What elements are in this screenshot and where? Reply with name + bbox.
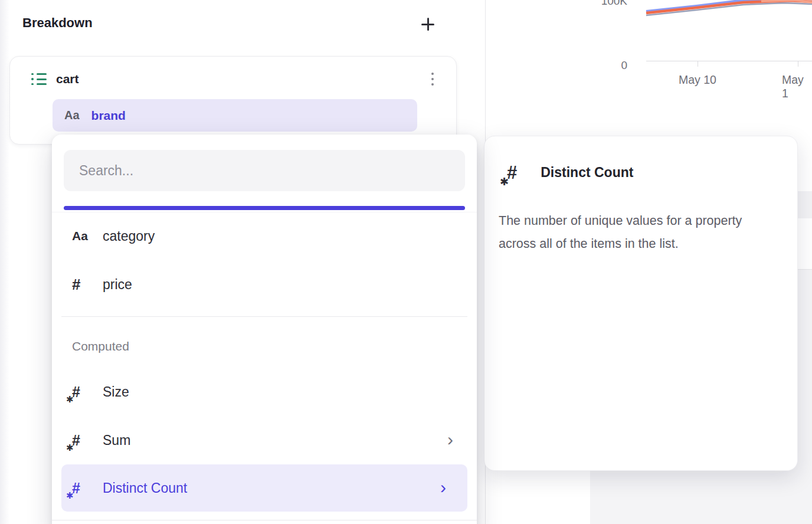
breakdown-section-title: Breakdown <box>22 15 93 31</box>
search-box <box>64 150 465 191</box>
text-property-icon: Aa <box>64 109 80 122</box>
computed-number-icon: #✱ <box>72 481 103 496</box>
selected-child-property-name: brand <box>91 109 126 123</box>
dropdown-item-size[interactable]: #✱ Size <box>52 375 477 409</box>
dropdown-item-price[interactable]: # price <box>52 267 477 302</box>
selected-child-property-chip[interactable]: Aa brand <box>53 99 417 132</box>
number-property-icon: # <box>72 276 103 294</box>
computed-number-icon: #✱ <box>507 163 517 182</box>
add-breakdown-button[interactable] <box>414 11 441 38</box>
dropdown-header-shadow <box>52 212 477 212</box>
x-axis-line <box>646 61 812 61</box>
insights-report-page: 100K 0 May 10 May 1 Breakdown cart Aa br… <box>0 0 812 524</box>
page-edge-shadow <box>0 0 9 524</box>
y-axis-tick-0: 0 <box>586 59 627 72</box>
dropdown-item-label: category <box>103 228 155 244</box>
computed-number-icon: #✱ <box>72 385 103 399</box>
breakdown-property-name: cart <box>56 72 79 86</box>
dropdown-divider <box>52 520 477 520</box>
plus-icon <box>421 18 434 31</box>
breakdown-property-row[interactable]: cart <box>31 70 79 89</box>
computed-section-label: Computed <box>72 339 129 353</box>
dropdown-item-distinct-count[interactable]: #✱ Distinct Count › <box>61 464 467 512</box>
list-property-icon <box>31 73 47 86</box>
distinct-count-tooltip: #✱ Distinct Count The number of unique v… <box>484 136 798 471</box>
x-axis-tickmark <box>698 61 698 67</box>
text-property-icon: Aa <box>72 229 103 243</box>
dropdown-accent-bar <box>64 206 465 210</box>
dropdown-item-sum[interactable]: #✱ Sum › <box>52 423 477 457</box>
computed-number-icon: #✱ <box>72 433 103 448</box>
x-axis-label-may10: May 10 <box>668 73 727 87</box>
tooltip-title: Distinct Count <box>541 165 633 181</box>
dropdown-item-label: price <box>103 277 132 293</box>
y-axis-tick-100k: 100K <box>586 0 627 8</box>
x-axis-tickmark <box>798 61 798 67</box>
breakdown-cart-card: cart Aa brand <box>9 56 457 145</box>
x-axis-label-may1: May 1 <box>782 73 812 100</box>
chevron-right-icon: › <box>447 431 453 448</box>
chevron-right-icon: › <box>440 479 446 496</box>
dropdown-item-label: Sum <box>103 433 130 448</box>
tooltip-description: The number of unique values for a proper… <box>499 209 777 256</box>
dropdown-item-label: Size <box>103 384 129 400</box>
line-chart-series <box>646 0 812 19</box>
kebab-menu-icon[interactable] <box>425 67 440 91</box>
dropdown-item-category[interactable]: Aa category <box>52 219 477 253</box>
search-input[interactable] <box>64 150 465 191</box>
dropdown-divider <box>61 316 467 317</box>
dropdown-item-label: Distinct Count <box>103 480 187 496</box>
property-picker-dropdown: Aa category # price Computed #✱ Size #✱ … <box>52 135 477 524</box>
